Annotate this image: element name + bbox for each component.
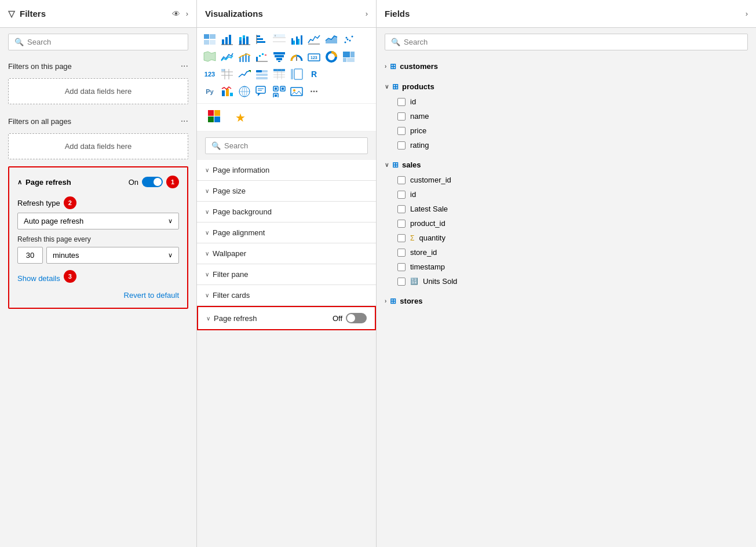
refresh-unit-select[interactable]: minutes ∨ <box>46 247 179 264</box>
viz-icon-chart6[interactable] <box>236 83 253 100</box>
svg-rect-89 <box>282 87 284 90</box>
visualizations-panel: Visualizations › ≡ <box>197 0 377 547</box>
viz-icon-line-table[interactable]: ≡ <box>271 31 287 48</box>
field-sales-id[interactable]: id <box>377 187 756 202</box>
field-sales-customer-id-checkbox[interactable] <box>397 176 406 184</box>
fields-group-products-header[interactable]: ∨ ⊞ products <box>377 79 756 94</box>
viz-icon-python[interactable]: Py <box>202 83 218 100</box>
fields-search-box[interactable]: 🔍 <box>385 34 748 50</box>
svg-rect-14 <box>257 35 260 37</box>
field-sales-product-id[interactable]: product_id <box>377 216 756 231</box>
viz-icon-table[interactable] <box>202 31 218 48</box>
field-products-id[interactable]: id <box>377 94 756 109</box>
viz-icon-chat[interactable] <box>254 83 270 100</box>
field-products-rating-checkbox[interactable] <box>397 141 406 149</box>
format-section-page-align[interactable]: ∨ Page alignment <box>197 223 376 243</box>
viz-icon-image[interactable] <box>288 83 305 100</box>
field-sales-timestamp[interactable]: timestamp <box>377 260 756 274</box>
viz-icon-map[interactable] <box>202 49 218 65</box>
viz-icon-treemap[interactable] <box>341 49 357 65</box>
viz-icon-gauge[interactable] <box>288 49 305 65</box>
field-sales-timestamp-checkbox[interactable] <box>397 263 406 271</box>
viz-icon-funnel[interactable] <box>271 49 287 65</box>
viz-icon-bar[interactable] <box>219 31 235 48</box>
field-products-rating[interactable]: rating <box>377 138 756 152</box>
page-refresh-viz-toggle[interactable]: Off <box>333 313 367 323</box>
viz-icon-r[interactable]: R <box>306 66 322 82</box>
refresh-number-input[interactable] <box>17 247 43 264</box>
page-refresh-toggle[interactable]: On 1 <box>129 176 179 188</box>
viz-search-input[interactable] <box>224 141 361 150</box>
chevron-right-icon[interactable]: › <box>186 9 188 18</box>
format-section-page-refresh[interactable]: ∨ Page refresh Off <box>197 306 376 330</box>
field-products-price[interactable]: price <box>377 123 756 138</box>
refresh-type-select[interactable]: Auto page refresh ∨ <box>17 213 179 229</box>
filters-search-box[interactable]: 🔍 <box>8 34 188 50</box>
viz-icon-table2[interactable] <box>271 66 287 82</box>
filters-on-page-drop[interactable]: Add data fields here <box>8 78 188 104</box>
dots-menu-icon[interactable]: ··· <box>181 61 188 71</box>
viz-icon-clustered-bar[interactable] <box>288 31 305 48</box>
viz-chevron-right-icon[interactable]: › <box>366 9 368 18</box>
format-section-page-size[interactable]: ∨ Page size <box>197 181 376 202</box>
viz-icon-more[interactable]: ··· <box>306 83 322 100</box>
viz-icon-donut[interactable] <box>323 49 339 65</box>
field-sales-store-id-checkbox[interactable] <box>397 249 406 257</box>
revert-to-default-link[interactable]: Revert to default <box>17 291 179 300</box>
field-sales-customer-id[interactable]: customer_id <box>377 173 756 187</box>
format-section-filter-pane[interactable]: ∨ Filter pane <box>197 264 376 285</box>
field-products-name-checkbox[interactable] <box>397 112 406 121</box>
viz-icon-card[interactable]: 123 <box>306 49 322 65</box>
field-products-id-checkbox[interactable] <box>397 98 406 106</box>
fields-group-stores-header[interactable]: › ⊞ stores <box>377 293 756 309</box>
format-section-wallpaper[interactable]: ∨ Wallpaper <box>197 243 376 264</box>
format-section-page-info[interactable]: ∨ Page information <box>197 160 376 181</box>
format-section-page-bg[interactable]: ∨ Page background <box>197 202 376 223</box>
filters-search-input[interactable] <box>27 38 182 46</box>
chevron-down-icon: ∨ <box>168 217 173 225</box>
field-products-price-checkbox[interactable] <box>397 127 406 135</box>
show-details-link[interactable]: Show details <box>17 274 60 283</box>
page-refresh-viz-toggle-track[interactable] <box>346 313 367 323</box>
field-sales-quantity[interactable]: Σ quantity <box>377 231 756 245</box>
viz-icon-stacked-bar[interactable] <box>236 31 253 48</box>
field-sales-quantity-label: quantity <box>419 234 445 242</box>
viz-icon-line[interactable] <box>306 31 322 48</box>
viz-tab-star[interactable]: ★ <box>231 108 250 127</box>
viz-icon-kpi[interactable] <box>236 66 253 82</box>
field-sales-units-sold[interactable]: 🔢 Units Sold <box>377 274 756 289</box>
viz-icon-qr[interactable] <box>271 83 287 100</box>
toggle-on-track[interactable] <box>142 177 163 187</box>
field-sales-id-checkbox[interactable] <box>397 191 406 199</box>
viz-icon-waterfall[interactable] <box>254 49 270 65</box>
dots-menu-all-icon[interactable]: ··· <box>181 116 188 126</box>
viz-icon-matrix2[interactable] <box>288 66 305 82</box>
collapse-icon[interactable]: ∧ <box>17 178 22 186</box>
field-sales-quantity-checkbox[interactable] <box>397 234 406 242</box>
filters-on-all-drop[interactable]: Add data fields here <box>8 133 188 159</box>
eye-icon[interactable]: 👁 <box>172 9 180 19</box>
field-sales-store-id[interactable]: store_id <box>377 245 756 260</box>
viz-icon-slicer[interactable] <box>254 66 270 82</box>
field-sales-latest-sale[interactable]: Latest Sale <box>377 202 756 216</box>
fields-chevron-right-icon[interactable]: › <box>746 9 748 18</box>
fields-group-sales-header[interactable]: ∨ ⊞ sales <box>377 157 756 173</box>
add-data-all-text: Add data fields here <box>65 142 132 151</box>
field-sales-product-id-checkbox[interactable] <box>397 220 406 228</box>
viz-icon-area[interactable] <box>323 31 339 48</box>
field-sales-latest-sale-checkbox[interactable] <box>397 205 406 213</box>
viz-icon-chart5[interactable] <box>219 83 235 100</box>
field-sales-units-sold-checkbox[interactable] <box>397 278 406 286</box>
format-section-filter-cards[interactable]: ∨ Filter cards <box>197 285 376 306</box>
viz-format-search[interactable]: 🔍 <box>205 137 368 154</box>
field-products-name[interactable]: name <box>377 109 756 123</box>
fields-group-customers-header[interactable]: › ⊞ customers <box>377 59 756 74</box>
viz-icon-scatter[interactable] <box>341 31 357 48</box>
viz-icon-123[interactable]: 123 <box>202 66 218 82</box>
fields-search-input[interactable] <box>404 38 742 46</box>
viz-icon-matrix[interactable] <box>219 66 235 82</box>
viz-icon-hbar[interactable] <box>254 31 270 48</box>
viz-tab-colorblocks[interactable] <box>203 107 226 127</box>
viz-icon-line2[interactable] <box>219 49 235 65</box>
viz-icon-combo[interactable] <box>236 49 253 65</box>
